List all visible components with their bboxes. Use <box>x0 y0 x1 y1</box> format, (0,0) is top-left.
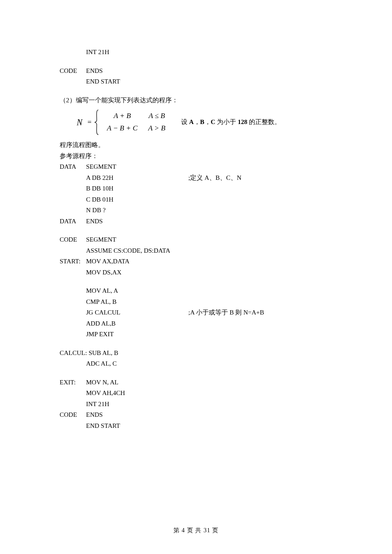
desc-C: C <box>211 118 216 125</box>
code-line: SUB AL, B <box>89 348 118 359</box>
flow-note: 程序流程图略。 <box>60 140 332 151</box>
formula-description: 设 A，B，C 为小于 128 的正整数。 <box>181 117 281 128</box>
formula-N: N <box>77 115 82 130</box>
case2-expr: A − B + C <box>102 122 143 135</box>
formula: N = A + B A ≤ B A − B + C A > B 设 A，B，C … <box>60 109 332 136</box>
code-label: CODE <box>60 234 86 245</box>
code-line: MOV AX,DATA <box>86 256 130 267</box>
desc-A: A <box>189 118 194 125</box>
case2-cond: A > B <box>143 122 171 135</box>
code-line: INT 21H <box>86 399 109 410</box>
code-label: CALCUL: <box>60 349 87 356</box>
code-line: ENDS <box>86 410 103 421</box>
code-comment: ;定义 A、B、C、N <box>188 173 242 184</box>
code-label: START: <box>60 256 86 267</box>
code-line: A DB 22H <box>86 173 188 184</box>
code-comment: ;A 小于或等于 B 则 N=A+B <box>188 307 264 318</box>
code-label: EXIT: <box>60 377 86 388</box>
code-line: ADD AL,B <box>86 318 115 329</box>
code-line: ASSUME CS:CODE, DS:DATA <box>86 245 170 257</box>
code-line: INT 21H <box>86 47 109 58</box>
desc-text: 为小于 <box>215 118 238 125</box>
code-line: B DB 10H <box>86 183 113 194</box>
left-brace-icon <box>94 109 100 136</box>
code-line: SEGMENT <box>86 162 116 173</box>
case1-expr: A + B <box>102 110 143 122</box>
desc-B: B <box>200 118 205 125</box>
code-line: CMP AL, B <box>86 297 117 308</box>
code-block-main: DATASEGMENT A DB 22H;定义 A、B、C、N B DB 10H… <box>60 162 332 431</box>
code-line: END START <box>86 421 120 432</box>
code-line: MOV AL, A <box>86 286 118 297</box>
desc-text: 设 <box>181 118 189 125</box>
code-line: MOV DS,AX <box>86 267 121 278</box>
desc-text: 的正整数。 <box>247 118 281 125</box>
code-line: END START <box>86 76 120 87</box>
code-label: DATA <box>60 162 86 173</box>
code-label: DATA <box>60 216 86 227</box>
desc-128: 128 <box>238 118 248 125</box>
code-line: N DB ? <box>86 205 106 216</box>
desc-text: ， <box>194 118 200 125</box>
code-label: CODE <box>60 66 86 77</box>
code-line: ENDS <box>86 66 103 77</box>
page-footer: 第 4 页 共 31 页 <box>0 527 392 534</box>
code-label: CODE <box>60 410 86 421</box>
code-line: MOV AH,4CH <box>86 388 125 399</box>
code-line: ENDS <box>86 216 103 227</box>
desc-text: ， <box>205 118 211 125</box>
code-line: JG CALCUL <box>86 307 188 318</box>
problem-prompt: （2）编写一个能实现下列表达式的程序： <box>60 95 332 106</box>
case1-cond: A ≤ B <box>143 110 171 122</box>
code-block-top: INT 21H CODEENDS END START <box>60 47 332 87</box>
code-line: ADC AL, C <box>86 358 117 369</box>
code-line: C DB 01H <box>86 194 113 205</box>
ref-source: 参考源程序： <box>60 151 332 162</box>
code-line: SEGMENT <box>86 234 116 245</box>
formula-eq: = <box>87 116 92 129</box>
code-line: MOV N, AL <box>86 377 118 388</box>
code-line: JMP EXIT <box>86 329 114 340</box>
document-page: INT 21H CODEENDS END START （2）编写一个能实现下列表… <box>0 0 392 431</box>
